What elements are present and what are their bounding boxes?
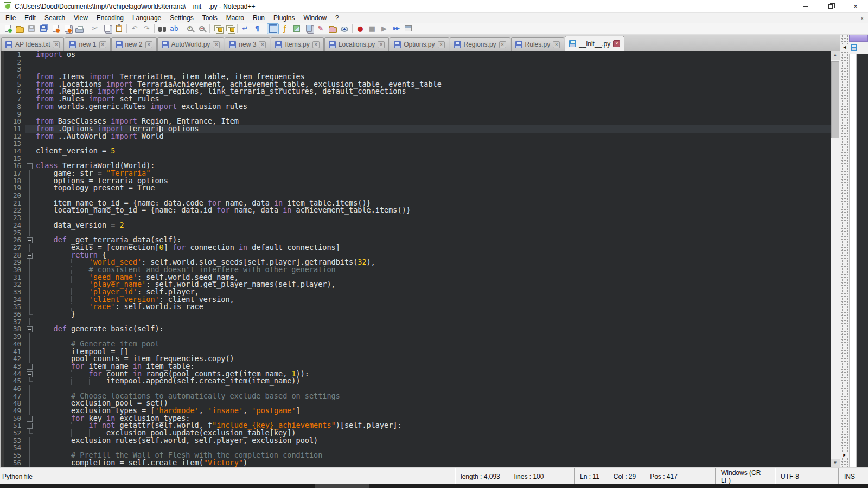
code-line[interactable]: 24data_version = 2 [4,222,831,229]
menu-item-tools[interactable]: Tools [198,14,222,22]
tab-close-icon[interactable]: × [99,41,106,48]
tab-close-icon[interactable]: × [499,41,506,48]
paste-button[interactable] [113,23,125,34]
tab-regions-py[interactable]: Regions.py× [450,37,510,51]
code-line[interactable]: 8from worlds.generic.Rules import exclus… [4,103,831,111]
menu-item-edit[interactable]: Edit [20,14,40,22]
code-line[interactable]: 2 [4,59,831,66]
tab-close-icon[interactable]: × [145,41,152,48]
project-panel-button[interactable] [327,23,339,34]
undo-button[interactable]: ↶ [129,23,141,34]
code-line[interactable]: 14client_version = 5 [4,147,831,155]
close-button[interactable]: × [843,0,868,13]
fold-toggle-icon[interactable] [25,325,34,333]
print-button[interactable] [73,23,85,34]
tab-new-2[interactable]: new 2× [111,37,157,51]
menu-close-icon[interactable]: x [861,15,864,21]
save-all-button[interactable] [37,23,49,34]
tab-options-py[interactable]: Options.py× [390,37,449,51]
fold-toggle-icon[interactable] [25,370,34,378]
fold-toggle-icon[interactable] [25,252,34,259]
code-line[interactable]: 22location_name_to_id = {name: data.id f… [4,207,831,214]
new-file-button[interactable] [2,23,14,34]
code-line[interactable]: 35'race': self.world.is_race [4,303,831,311]
menu-item-language[interactable]: Language [128,14,165,22]
zoom-out-button[interactable] [196,23,208,34]
code-area[interactable]: 1import os234from .Items import Terraria… [4,51,831,467]
cut-button[interactable]: ✂ [89,23,101,34]
sync-horizontal-scrolling-button[interactable] [224,23,235,34]
macro-play-button[interactable]: ▶ [378,23,390,34]
tab-new-3[interactable]: new 3× [225,37,270,51]
tab-close-icon[interactable]: × [213,41,220,48]
menu-item-plugins[interactable]: Plugins [269,14,299,22]
document-list-button[interactable] [303,23,315,34]
menu-item-settings[interactable]: Settings [165,14,197,22]
panel-splitter[interactable]: ◄ ► [840,35,849,467]
fold-toggle-icon[interactable] [25,236,34,244]
tab-items-py[interactable]: Items.py× [271,37,323,51]
menu-item-[interactable]: ? [331,14,343,22]
code-line[interactable]: 13 [4,140,831,147]
tab-close-icon[interactable]: × [53,41,60,48]
code-line[interactable]: 36} [4,311,831,318]
tab-close-icon[interactable]: × [312,41,320,48]
menu-item-file[interactable]: File [1,14,20,22]
fold-toggle-icon[interactable] [25,415,34,422]
code-line[interactable]: 53exclusion_rules(self.world, self.playe… [4,437,831,445]
tab-init-py[interactable]: __init__.py× [565,36,624,51]
menu-item-view[interactable]: View [69,14,92,22]
redo-button[interactable]: ↷ [141,23,152,34]
close-all-button[interactable] [61,23,73,34]
show-indent-guide-button[interactable] [267,23,279,34]
splitter-collapse-left-icon[interactable]: ◄ [841,44,848,50]
tab-close-icon[interactable]: × [378,41,385,48]
replace-button[interactable]: ab [168,23,180,34]
code-line[interactable]: 45itempool.append(self.create_item(item_… [4,377,831,385]
menu-item-search[interactable]: Search [40,14,69,22]
fold-toggle-icon[interactable] [25,162,34,170]
menu-item-macro[interactable]: Macro [222,14,248,22]
panel-list[interactable] [849,54,857,467]
code-line[interactable]: 27exits = [connection[0] for connection … [4,244,831,252]
word-wrap-button[interactable]: ↵ [239,23,251,34]
scroll-up-icon[interactable]: ▲ [831,51,840,60]
view-monitoring-button[interactable] [339,23,350,34]
tab-close-icon[interactable]: × [259,41,266,48]
menu-item-encoding[interactable]: Encoding [92,14,128,22]
document-map-button[interactable] [291,23,303,34]
scroll-down-icon[interactable]: ▼ [831,459,840,467]
save-file-button[interactable] [25,23,37,34]
show-all-characters-button[interactable]: ¶ [251,23,263,34]
tab-close-icon[interactable]: × [613,40,620,47]
menu-item-run[interactable]: Run [248,14,269,22]
copy-button[interactable] [101,23,113,34]
code-line[interactable]: 23 [4,214,831,222]
tab-locations-py[interactable]: Locations.py× [324,37,389,51]
tab-ap-ideas-txt[interactable]: AP Ideas.txt× [1,37,64,51]
scrollbar-track[interactable] [831,60,840,459]
zoom-in-button[interactable] [184,23,196,34]
code-line[interactable]: 19topology_present = True [4,184,831,192]
code-line[interactable]: 56completion = self.create_item("Victory… [4,459,831,467]
tab-close-icon[interactable]: × [438,41,445,48]
restore-button[interactable] [818,0,843,13]
sync-vertical-scrolling-button[interactable] [212,23,224,34]
menu-item-window[interactable]: Window [299,14,331,22]
macro-stop-button[interactable]: ■ [366,23,378,34]
splitter-collapse-right-icon[interactable]: ► [841,452,848,458]
panel-map-preview[interactable] [857,54,868,467]
panel-caption[interactable] [849,35,868,42]
editor[interactable]: 1import os234from .Items import Terraria… [0,51,840,467]
code-line[interactable]: 38def generate_basic(self): [4,325,831,333]
tab-autoworld-py[interactable]: AutoWorld.py× [157,37,225,51]
code-line[interactable]: 12from ..AutoWorld import World [4,133,831,140]
code-line[interactable]: 1import os [4,51,831,59]
close-file-button[interactable] [49,23,61,34]
vertical-scrollbar[interactable]: ▲ ▼ [831,51,840,467]
find-button[interactable] [156,23,168,34]
fold-toggle-icon[interactable] [25,363,34,370]
fold-toggle-icon[interactable] [25,422,34,429]
macro-record-button[interactable]: ● [354,23,366,34]
function-list-button[interactable]: ƒ [279,23,291,34]
